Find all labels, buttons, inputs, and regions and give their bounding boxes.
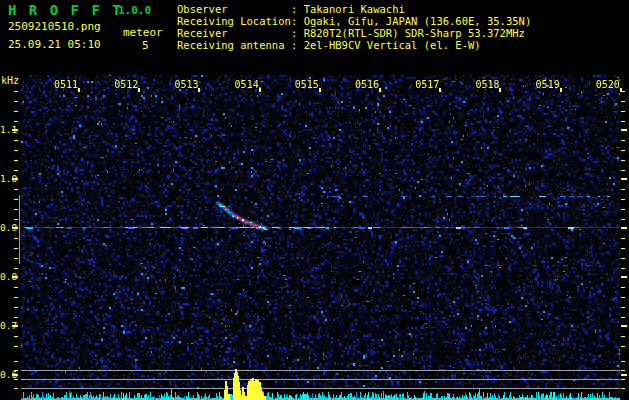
freq-minor-tick: [14, 101, 18, 102]
freq-unit-label: kHz: [1, 75, 19, 86]
mode-label: meteor: [123, 26, 163, 39]
freq-minor-tick: [14, 307, 18, 308]
time-label: 0515: [295, 79, 319, 90]
output-filename: 2509210510.png: [8, 20, 101, 33]
info-value: 2el-HB9CV Vertical (el. E-W): [304, 39, 481, 51]
freq-minor-tick: [14, 160, 18, 161]
signal-tick: [14, 361, 18, 362]
freq-major-tick: [12, 374, 18, 376]
info-row: Receiver: R820T2(RTL-SDR) SDR-Sharp 53.3…: [177, 27, 531, 39]
time-tick: [439, 88, 441, 92]
info-value: R820T2(RTL-SDR) SDR-Sharp 53.372MHz: [304, 27, 525, 39]
freq-minor-tick: [621, 170, 625, 171]
freq-minor-tick: [621, 140, 625, 141]
freq-major-tick: [12, 276, 18, 278]
freq-minor-tick: [14, 121, 18, 122]
freq-minor-tick: [621, 91, 625, 92]
freq-minor-tick: [14, 346, 18, 347]
info-row: Observer: Takanori Kawachi: [177, 3, 531, 15]
time-tick: [78, 88, 80, 92]
freq-minor-tick: [14, 258, 18, 259]
freq-major-tick: [621, 129, 627, 131]
count-band-marker: [19, 195, 20, 264]
freq-minor-tick: [621, 160, 625, 161]
freq-minor-tick: [621, 297, 625, 298]
freq-minor-tick: [14, 219, 18, 220]
echo-count: 5: [142, 39, 149, 52]
freq-minor-tick: [621, 248, 625, 249]
freq-minor-tick: [14, 238, 18, 239]
signal-tick: [14, 379, 18, 380]
freq-minor-tick: [621, 150, 625, 151]
freq-minor-tick: [621, 121, 625, 122]
freq-major-tick: [621, 374, 627, 376]
info-colon: :: [291, 39, 304, 51]
info-label: Receiving antenna: [177, 39, 291, 51]
freq-minor-tick: [14, 111, 18, 112]
time-label: 0514: [235, 79, 259, 90]
freq-major-tick: [12, 178, 18, 180]
freq-major-tick: [12, 227, 18, 229]
info-label: Observer: [177, 3, 291, 15]
freq-minor-tick: [621, 238, 625, 239]
info-row: Receiving Location: Ogaki, Gifu, JAPAN (…: [177, 15, 531, 27]
freq-minor-tick: [621, 209, 625, 210]
time-tick: [198, 88, 200, 92]
signal-tick: [14, 388, 18, 389]
info-value: Takanori Kawachi: [304, 3, 405, 15]
signal-tick: [621, 379, 625, 380]
hrofft-window: H R O F F T 1.0.0 2509210510.png meteor …: [0, 0, 629, 400]
freq-minor-tick: [14, 317, 18, 318]
time-tick: [499, 88, 501, 92]
signal-tick: [621, 388, 625, 389]
info-colon: :: [291, 15, 304, 27]
app-version: 1.0.0: [118, 4, 151, 17]
signal-tick: [621, 361, 625, 362]
freq-minor-tick: [14, 150, 18, 151]
freq-minor-tick: [14, 248, 18, 249]
freq-minor-tick: [621, 317, 625, 318]
freq-minor-tick: [14, 170, 18, 171]
info-label: Receiving Location: [177, 15, 291, 27]
time-label: 0517: [415, 79, 439, 90]
freq-minor-tick: [621, 336, 625, 337]
time-tick: [259, 88, 261, 92]
spectrogram-canvas: [21, 75, 620, 389]
freq-minor-tick: [621, 258, 625, 259]
time-tick: [379, 88, 381, 92]
time-tick: [319, 88, 321, 92]
freq-minor-tick: [14, 209, 18, 210]
time-label: 0516: [355, 79, 379, 90]
time-label: 0513: [174, 79, 198, 90]
freq-minor-tick: [621, 268, 625, 269]
freq-major-tick: [12, 325, 18, 327]
time-label: 0518: [475, 79, 499, 90]
freq-minor-tick: [14, 189, 18, 190]
freq-minor-tick: [621, 199, 625, 200]
freq-major-tick: [621, 325, 627, 327]
freq-minor-tick: [14, 199, 18, 200]
freq-minor-tick: [14, 297, 18, 298]
freq-minor-tick: [621, 111, 625, 112]
observer-info: Observer: Takanori KawachiReceiving Loca…: [177, 3, 531, 51]
signal-strength-canvas: [21, 355, 620, 400]
time-tick: [138, 88, 140, 92]
freq-minor-tick: [621, 287, 625, 288]
info-colon: :: [291, 3, 304, 15]
freq-minor-tick: [621, 219, 625, 220]
freq-major-tick: [621, 276, 627, 278]
freq-major-tick: [621, 178, 627, 180]
info-label: Receiver: [177, 27, 291, 39]
freq-minor-tick: [621, 101, 625, 102]
time-label: 0520: [596, 79, 620, 90]
freq-minor-tick: [621, 346, 625, 347]
freq-minor-tick: [14, 268, 18, 269]
time-label: 0511: [54, 79, 78, 90]
freq-major-tick: [12, 129, 18, 131]
signal-tick: [14, 370, 18, 371]
time-label: 0519: [536, 79, 560, 90]
info-colon: :: [291, 27, 304, 39]
freq-minor-tick: [14, 336, 18, 337]
freq-minor-tick: [14, 140, 18, 141]
info-value: Ogaki, Gifu, JAPAN (136.60E, 35.35N): [304, 15, 532, 27]
